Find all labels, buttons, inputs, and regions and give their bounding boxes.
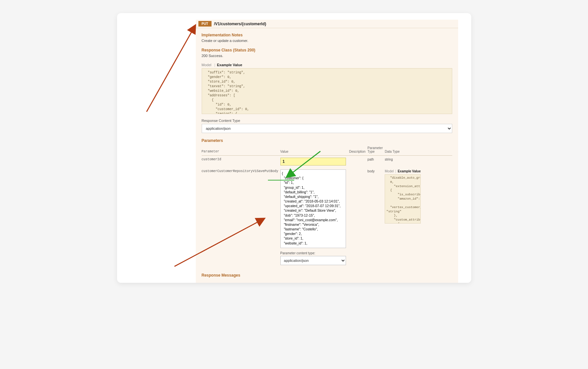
param-row-body: customerCustomerRepositoryV1SavePutBody … <box>202 167 452 267</box>
param-ptype: path <box>368 156 385 168</box>
implementation-notes-text: Create or update a customer. <box>202 39 452 43</box>
response-example-json[interactable]: "suffix": "string", "gender": 0, "store_… <box>202 68 452 114</box>
response-content-type-select[interactable]: application/json <box>202 124 452 133</box>
param-content-type-label: Parameter content type: <box>280 251 347 255</box>
param-content-type-select[interactable]: application/json <box>280 256 346 265</box>
col-header-parameter: Parameter <box>202 145 280 156</box>
dtype-tab-model[interactable]: Model <box>385 169 394 173</box>
dtype-tabs: Model | Example Value <box>385 169 450 173</box>
param-row-customerId: customerId path string <box>202 156 452 168</box>
screenshot-card: PUT /V1/customers/{customerId} Implement… <box>117 13 471 283</box>
operation-header[interactable]: PUT /V1/customers/{customerId} <box>196 20 458 28</box>
tab-example-value[interactable]: Example Value <box>217 63 242 67</box>
dtype-tab-example[interactable]: Example Value <box>398 169 421 173</box>
dtype-example-json[interactable]: "disable_auto_group_cha 0, "extension_at… <box>385 174 421 223</box>
response-content-type-label: Response Content Type <box>202 119 452 123</box>
response-class-text: 200 Success. <box>202 54 452 58</box>
http-method-badge: PUT <box>198 21 212 27</box>
response-class-title: Response Class (Status 200) <box>202 48 452 52</box>
col-header-value: Value <box>280 145 349 156</box>
parameters-table: Parameter Value Description Parameter Ty… <box>202 145 452 267</box>
param-dtype: string <box>385 156 452 168</box>
param-name: customerId <box>202 156 280 168</box>
param-desc <box>349 167 368 267</box>
svg-line-0 <box>147 26 195 112</box>
param-body-textarea[interactable] <box>280 169 346 248</box>
param-desc <box>349 156 368 168</box>
parameters-title: Parameters <box>202 138 452 143</box>
response-example-tabs: Model | Example Value <box>202 63 452 67</box>
col-header-dtype: Data Type <box>385 145 452 156</box>
col-header-description: Description <box>349 145 368 156</box>
param-ptype: body <box>368 167 385 267</box>
implementation-notes-title: Implementation Notes <box>202 33 452 37</box>
param-name: customerCustomerRepositoryV1SavePutBody <box>202 167 280 267</box>
col-header-ptype: Parameter Type <box>368 145 385 156</box>
tab-model[interactable]: Model <box>202 63 212 67</box>
swagger-operation-panel: PUT /V1/customers/{customerId} Implement… <box>196 20 458 283</box>
operation-body: Implementation Notes Create or update a … <box>196 28 458 283</box>
param-value-input-customerId[interactable] <box>280 158 346 165</box>
response-messages-title: Response Messages <box>202 273 452 278</box>
operation-path: /V1/customers/{customerId} <box>214 22 266 26</box>
